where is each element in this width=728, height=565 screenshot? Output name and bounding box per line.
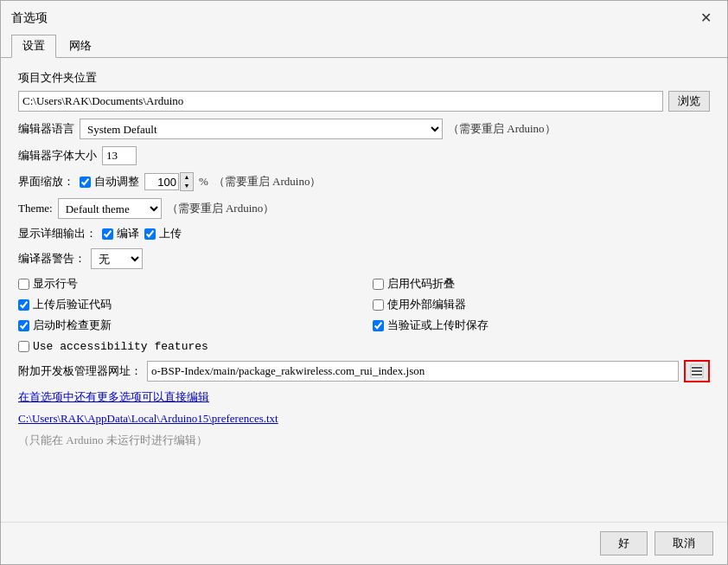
window-title: 首选项 [11,10,48,26]
check-update-checkbox[interactable] [18,320,29,331]
settings-content: 项目文件夹位置 浏览 编辑器语言 System Default （需要重启 Ar… [1,58,727,522]
verbose-upload-label[interactable]: 上传 [144,226,182,241]
ext-editor-label[interactable]: 使用外部编辑器 [373,297,710,312]
more-prefs-link[interactable]: 在首选项中还有更多选项可以直接编辑 [18,389,209,405]
svg-rect-2 [692,370,702,372]
board-url-label: 附加开发板管理器网址： [18,363,142,379]
board-url-row: 附加开发板管理器网址： [18,360,710,382]
prefs-file-path[interactable]: C:\Users\RAK\AppData\Local\Arduino15\pre… [18,412,278,426]
save-on-verify-label[interactable]: 当验证或上传时保存 [373,318,710,333]
accessibility-label[interactable]: Use accessibility features [18,340,208,353]
editor-lang-select[interactable]: System Default [80,119,443,139]
editor-font-input[interactable] [102,146,137,165]
verbose-compile-label[interactable]: 编译 [102,226,139,241]
tab-network[interactable]: 网络 [58,35,103,57]
zoom-note: （需要重启 Arduino） [214,174,322,189]
project-folder-label: 项目文件夹位置 [18,70,710,86]
compiler-warn-label: 编译器警告： [18,251,86,266]
close-button[interactable]: ✕ [695,8,717,28]
zoom-spinner-buttons: ▲ ▼ [180,172,194,191]
more-prefs-row: 在首选项中还有更多选项可以直接编辑 [18,389,710,405]
show-line-checkbox[interactable] [18,279,29,290]
zoom-value-input[interactable] [144,173,179,190]
compiler-warn-select[interactable]: 无 [91,248,143,269]
save-on-verify-checkbox[interactable] [373,320,384,331]
zoom-label: 界面缩放： [18,174,74,189]
prefs-path-row: C:\Users\RAK\AppData\Local\Arduino15\pre… [18,412,710,426]
editor-lang-note: （需要重启 Arduino） [448,121,556,137]
zoom-auto-checkbox[interactable] [80,177,91,188]
zoom-auto-label[interactable]: 自动调整 [80,174,139,189]
verbose-compile-checkbox[interactable] [102,228,113,240]
zoom-row: 界面缩放： 自动调整 ▲ ▼ % （需要重启 Arduino） [18,172,710,191]
board-url-input[interactable] [147,361,679,382]
editor-font-row: 编辑器字体大小 [18,146,710,165]
ok-button[interactable]: 好 [600,531,648,555]
dialog-footer: 好 取消 [1,522,727,564]
prefs-edit-note: （只能在 Arduino 未运行时进行编辑） [18,433,208,448]
enable-fold-label[interactable]: 启用代码折叠 [373,276,710,292]
editor-lang-row: 编辑器语言 System Default （需要重启 Arduino） [18,119,710,139]
accessibility-checkbox[interactable] [18,341,29,352]
title-bar: 首选项 ✕ [1,1,727,28]
editor-font-label: 编辑器字体大小 [18,148,97,164]
theme-select[interactable]: Default theme [58,198,162,219]
prefs-edit-note-row: （只能在 Arduino 未运行时进行编辑） [18,433,710,448]
checkboxes-grid: 显示行号 启用代码折叠 上传后验证代码 使用外部编辑器 启动时检查更新 当验证或… [18,276,710,333]
tab-bar: 设置 网络 [1,31,727,58]
verify-upload-checkbox[interactable] [18,299,29,311]
zoom-decrement-button[interactable]: ▼ [181,182,193,190]
accessibility-row: Use accessibility features [18,340,710,353]
check-update-label[interactable]: 启动时检查更新 [18,318,355,333]
svg-rect-1 [692,367,702,369]
verbose-upload-checkbox[interactable] [144,228,156,240]
cancel-button[interactable]: 取消 [655,531,713,555]
theme-note: （需要重启 Arduino） [167,201,275,216]
verify-upload-label[interactable]: 上传后验证代码 [18,297,355,312]
verbose-label: 显示详细输出： [18,226,97,241]
browse-button[interactable]: 浏览 [668,91,710,112]
zoom-unit: % [199,175,208,189]
ext-editor-checkbox[interactable] [373,299,384,311]
verbose-row: 显示详细输出： 编译 上传 [18,226,710,241]
zoom-spinner: ▲ ▼ [144,172,194,191]
preferences-dialog: 首选项 ✕ 设置 网络 项目文件夹位置 浏览 编辑器语言 System Defa… [0,0,728,565]
board-url-edit-button[interactable] [684,360,710,382]
enable-fold-checkbox[interactable] [373,279,384,290]
project-folder-row: 浏览 [18,91,710,112]
tab-settings[interactable]: 设置 [11,35,56,58]
zoom-increment-button[interactable]: ▲ [181,173,193,182]
theme-row: Theme: Default theme （需要重启 Arduino） [18,198,710,219]
project-folder-input[interactable] [18,91,663,112]
compiler-warn-row: 编译器警告： 无 [18,248,710,269]
theme-label: Theme: [18,202,53,215]
show-line-label[interactable]: 显示行号 [18,276,355,292]
edit-list-icon [690,364,704,378]
svg-rect-3 [692,374,702,376]
editor-lang-label: 编辑器语言 [18,121,74,137]
